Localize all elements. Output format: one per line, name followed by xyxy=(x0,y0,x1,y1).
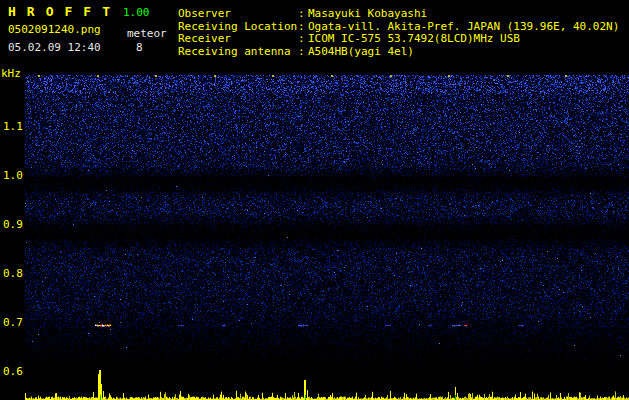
signal-level-canvas xyxy=(25,362,629,400)
info-separator: : xyxy=(298,46,308,59)
spectrogram-canvas xyxy=(25,75,629,362)
info-value: A504HB(yagi 4el) xyxy=(308,46,414,59)
info-label: Receiver xyxy=(178,33,298,46)
info-separator: : xyxy=(298,33,308,46)
echo-count: 8 xyxy=(136,41,143,54)
app-version: 1.00 xyxy=(123,6,150,19)
mode-label: meteor xyxy=(127,27,167,40)
freq-tick-label: 1.0 xyxy=(3,169,23,182)
freq-tick-label: 0.8 xyxy=(3,267,23,280)
station-info-block: Observer:Masayuki KobayashiReceiving Loc… xyxy=(178,8,619,58)
freq-tick-label: 0.7 xyxy=(3,316,23,329)
info-label: Observer xyxy=(178,8,298,21)
station-info-row: Observer:Masayuki Kobayashi xyxy=(178,8,619,21)
freq-tick-label: 1.1 xyxy=(3,120,23,133)
station-info-row: Receiver:ICOM IC-575 53.7492(8LCD)MHz US… xyxy=(178,33,619,46)
info-label: Receiving antenna xyxy=(178,46,298,59)
info-value: Masayuki Kobayashi xyxy=(308,8,427,21)
output-filename: 0502091240.png xyxy=(8,23,101,36)
freq-tick-label: 0.6 xyxy=(3,365,23,378)
freq-tick-label: 0.9 xyxy=(3,218,23,231)
datetime-label: 05.02.09 12:40 xyxy=(8,41,101,54)
info-separator: : xyxy=(298,8,308,21)
hrofft-screen: HROFFT 1.00 0502091240.png meteor 05.02.… xyxy=(0,0,629,400)
station-info-row: Receiving antenna:A504HB(yagi 4el) xyxy=(178,46,619,59)
khz-unit-label: kHz xyxy=(1,67,21,80)
app-title: HROFFT xyxy=(8,4,121,19)
info-value: ICOM IC-575 53.7492(8LCD)MHz USB xyxy=(308,33,520,46)
